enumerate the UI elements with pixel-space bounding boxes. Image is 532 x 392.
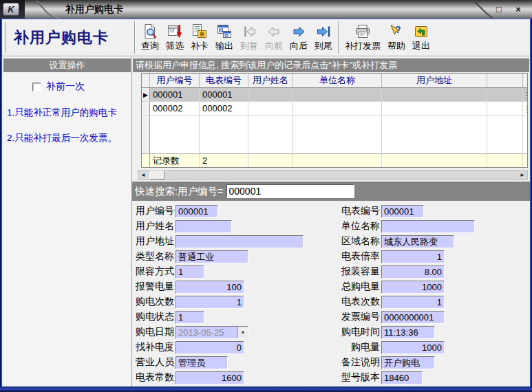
field-value[interactable]: 1 [175,296,244,309]
field-value[interactable]: 普通工业 [175,250,248,263]
form-row: 电表编号000001 [339,204,475,219]
grid-cell [382,88,487,102]
grid-column-header[interactable]: 用户编号 [150,74,200,88]
row-indicator [142,102,150,116]
record-count-value: 2 [200,153,248,167]
field-label: 电表次数 [339,296,381,308]
field-value[interactable]: 1600 [175,371,244,384]
form-right-column: 电表编号000001单位名称区域名称城东人民路变电表倍率1报装容量8.00总购电… [339,204,475,385]
quick-search-bar: 快速搜索:用户编号= [132,182,530,201]
form-row: 单位名称 [339,219,475,234]
grid-cell: 抄 [523,102,528,116]
field-label: 用户地址 [136,235,175,248]
form-row: 用户编号000001 [136,204,304,219]
grid-cell [382,153,487,167]
field-value[interactable]: 0 [175,341,244,354]
grid-column-header[interactable] [523,74,528,88]
close-button[interactable]: × [513,4,524,15]
exit-icon [413,23,429,40]
toolbar-button-reprint-invoice[interactable]: 补打发票 [341,19,384,56]
grid-cell [293,88,382,102]
field-label: 报警电量 [136,281,175,293]
grid-cell [150,116,200,153]
field-value[interactable]: 1 [381,296,445,309]
toolbar-button-first[interactable]: 到首 [237,19,262,56]
grid-cell [293,116,382,153]
toolbar-button-last[interactable]: 到尾 [311,19,336,56]
grid-empty-area [142,116,527,153]
field-value[interactable]: 8.00 [381,265,445,279]
grid-column-header[interactable]: 单位名称 [293,74,382,88]
field-label: 购电时间 [339,326,381,338]
scroll-right-arrow-icon[interactable]: ► [518,171,527,179]
field-value[interactable]: 18460 [381,371,423,384]
note-line: 2.只能补打最后一次发票。 [7,132,131,144]
card-icon [191,23,208,40]
scroll-thumb[interactable] [149,171,164,179]
toolbar-button-label: 到首 [240,40,258,52]
field-value[interactable]: 开户购电 [381,356,435,369]
field-label: 电表常数 [136,371,175,384]
toolbar-button-filter[interactable]: 12筛选 [162,19,187,56]
toolbar-button-label: 输出 [215,40,233,52]
field-label: 营业人员 [136,356,175,369]
field-value[interactable]: 1000 [381,281,445,294]
field-label: 购电日期 [136,326,175,338]
grid-cell [487,102,523,116]
form-left-column: 用户编号000001用户姓名用户地址类型名称普通工业限容方式1报警电量100购电… [136,204,304,385]
field-label: 购电量 [339,341,381,353]
field-value[interactable]: 100 [175,281,244,294]
chevron-down-icon[interactable]: ▼ [237,327,248,338]
grid-cell [293,102,382,116]
toolbar-button-help[interactable]: ?帮助 [384,19,409,56]
field-value[interactable]: 1000 [381,341,445,354]
field-label: 用户编号 [136,205,175,217]
grid-hscrollbar[interactable]: ◄ ► [138,170,528,180]
quick-search-input[interactable] [226,184,354,198]
form-row: 用户姓名 [136,219,304,234]
field-value[interactable]: 1 [175,265,204,279]
field-value[interactable] [175,235,304,248]
arrow-first-icon [241,23,257,40]
toolbar-button-prev[interactable]: 向前 [262,19,286,56]
toolbar-button-reissue-card[interactable]: 补卡 [187,19,212,56]
toolbar-button-output[interactable]: 输出 [212,19,237,56]
grid-column-header[interactable]: 用户姓名 [248,74,293,88]
field-value[interactable] [381,220,475,233]
toolbar-button-label: 筛选 [166,40,184,52]
maximize-button[interactable]: □ [493,4,504,15]
toolbar-button-next[interactable]: 向后 [286,19,311,56]
field-value[interactable]: 000001 [381,205,424,218]
grid-column-header[interactable]: 电表编号 [200,74,248,88]
field-value[interactable]: 000001 [175,205,218,218]
grid-cell [523,116,528,153]
form-row: 营业人员管理员 [136,355,304,370]
field-value[interactable]: 管理员 [175,356,228,369]
checkbox-row[interactable]: 补前一次 [32,80,131,93]
form-row: 总购电量1000 [339,279,475,294]
user-grid[interactable]: 用户编号电表编号用户姓名单位名称用户地址▶000001000001抄000002… [141,73,528,168]
scroll-left-arrow-icon[interactable]: ◄ [138,171,148,179]
field-value[interactable]: 1 [381,250,445,263]
grid-cell [487,153,523,167]
field-value[interactable] [175,220,232,233]
grid-cell [248,88,293,102]
purchase-date-combo[interactable]: 2013-05-25▼ [175,326,248,339]
grid-column-header[interactable]: 用户地址 [382,74,487,88]
field-value[interactable]: 1 [175,311,204,324]
grid-row[interactable]: ▶000001000001抄 [142,88,527,102]
grid-cell: 抄 [523,88,528,102]
field-value[interactable]: 11:13:36 [381,326,435,339]
toolbar-buttons: 查询12筛选补卡输出到首向前向后到尾补打发票?帮助退出 [138,19,434,56]
field-label: 发票编号 [339,311,381,323]
reissue-previous-checkbox[interactable] [32,83,41,91]
field-value[interactable]: 0000000001 [381,311,445,324]
toolbar-button-exit[interactable]: 退出 [409,19,434,56]
toolbar-separator [134,21,136,54]
grid-row[interactable]: 000002000002抄 [142,102,527,116]
toolbar-button-query[interactable]: 查询 [138,19,162,56]
grid-cell: 000002 [200,102,248,116]
grid-column-header[interactable] [487,74,523,88]
field-value[interactable]: 城东人民路变 [381,235,454,248]
sidebar-notes: 1.只能补正常用户的购电卡 2.只能补打最后一次发票。 [7,107,131,144]
